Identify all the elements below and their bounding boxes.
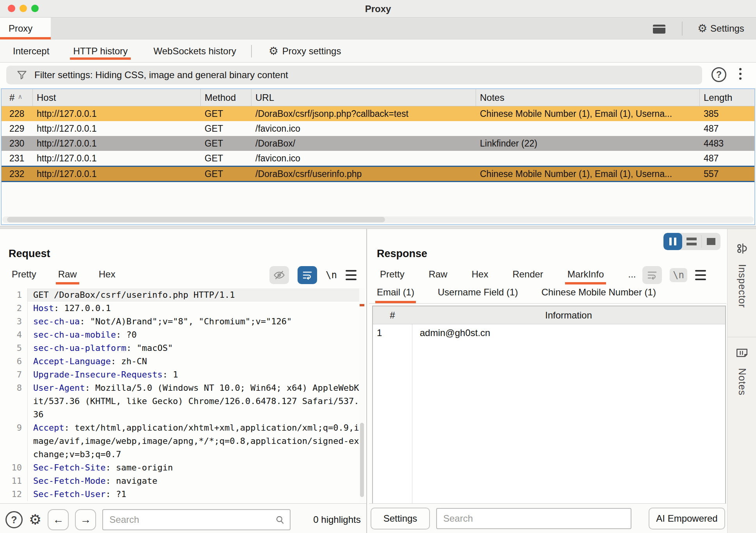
stop-button[interactable]: [702, 233, 720, 250]
column-header-number[interactable]: # ∧: [2, 89, 33, 106]
previous-match-button[interactable]: ←: [48, 509, 69, 530]
scrollbar-thumb[interactable]: [7, 217, 385, 222]
editor-menu-icon[interactable]: [695, 270, 706, 280]
request-editor[interactable]: 1GET /DoraBox/csrf/userinfo.php HTTP/1.1…: [3, 288, 359, 503]
tab-http-history[interactable]: HTTP history: [70, 40, 131, 62]
pause-icon: [669, 238, 676, 245]
markinfo-category-tabs: Email (1) Username Field (1) Chinese Mob…: [377, 287, 656, 303]
table-row[interactable]: 228 http://127.0.0.1 GET /DoraBox/csrf/j…: [2, 106, 754, 121]
tab-intercept[interactable]: Intercept: [10, 40, 52, 62]
show-newlines-toggle[interactable]: \n: [670, 268, 687, 282]
column-divider: [412, 324, 412, 503]
response-tab-raw[interactable]: Raw: [429, 269, 448, 284]
response-tab-row: Pretty Raw Hex Render MarkInfo ...: [380, 269, 636, 284]
editor-scrollbar[interactable]: [359, 288, 365, 503]
filter-settings-bar[interactable]: Filter settings: Hiding CSS, image and g…: [6, 66, 702, 84]
main-tab-bar: Proxy ⚙ Settings: [0, 18, 756, 39]
response-tab-hex[interactable]: Hex: [472, 269, 489, 284]
request-line: 7Upgrade-Insecure-Requests: 1: [3, 368, 359, 381]
ai-empowered-button[interactable]: AI Empowered: [649, 508, 725, 529]
scrollbar-thumb[interactable]: [360, 423, 364, 497]
pause-button[interactable]: [663, 233, 682, 250]
request-line: 11Sec-Fetch-Mode: navigate: [3, 474, 359, 488]
tabbar-separator: [682, 21, 683, 36]
request-tab-hex[interactable]: Hex: [99, 269, 116, 284]
markinfo-table-body: 1 admin@gh0st.cn: [373, 324, 725, 503]
word-wrap-toggle[interactable]: [642, 266, 662, 284]
search-icon: [275, 515, 285, 525]
column-header-method[interactable]: Method: [201, 89, 251, 106]
request-line: 6Accept-Language: zh-CN: [3, 355, 359, 368]
request-footer: ? ⚙ ← → 0 highlights: [0, 503, 366, 533]
request-line: 8User-Agent: Mozilla/5.0 (Windows NT 10.…: [3, 381, 359, 421]
request-tab-raw[interactable]: Raw: [58, 269, 77, 284]
table-row[interactable]: 230 http://127.0.0.1 GET /DoraBox/ Linkf…: [2, 136, 754, 151]
kebab-menu-icon[interactable]: [739, 68, 742, 80]
history-table-header: # ∧ Host Method URL Notes Length: [2, 89, 754, 106]
next-match-button[interactable]: →: [75, 509, 96, 530]
inspector-icon: [735, 241, 749, 256]
markinfo-tab-email[interactable]: Email (1): [377, 287, 414, 303]
request-line: 10Sec-Fetch-Site: same-origin: [3, 461, 359, 474]
stop-icon: [707, 238, 715, 245]
response-panel-title: Response: [377, 248, 427, 260]
column-header-length[interactable]: Length: [700, 89, 754, 106]
word-wrap-icon: [301, 269, 313, 281]
hide-highlights-button[interactable]: [269, 266, 289, 284]
message-editor-area: Request Pretty Raw Hex: [0, 229, 756, 533]
response-tab-render[interactable]: Render: [512, 269, 543, 284]
help-icon[interactable]: ?: [5, 511, 23, 528]
table-row-selected[interactable]: 232 http://127.0.0.1 GET /DoraBox/csrf/u…: [2, 166, 754, 182]
layout-icon[interactable]: [653, 25, 665, 34]
table-row[interactable]: 229 http://127.0.0.1 GET /favicon.ico 48…: [2, 121, 754, 136]
response-tab-markinfo[interactable]: MarkInfo: [567, 269, 604, 284]
equal-split-button[interactable]: [682, 233, 701, 250]
search-settings-gear-icon[interactable]: ⚙: [29, 513, 41, 527]
eye-off-icon: [273, 269, 285, 281]
horizontal-scrollbar[interactable]: [2, 216, 754, 223]
tab-websockets-history[interactable]: WebSockets history: [150, 40, 239, 62]
settings-button[interactable]: ⚙ Settings: [697, 21, 744, 36]
markinfo-column-number[interactable]: #: [373, 306, 412, 324]
column-header-host[interactable]: Host: [33, 89, 201, 106]
editor-menu-icon[interactable]: [346, 270, 357, 280]
window-title: Proxy: [0, 4, 756, 14]
search-input[interactable]: [102, 509, 291, 530]
markinfo-tab-username[interactable]: Username Field (1): [438, 287, 518, 303]
sort-ascending-icon: ∧: [18, 93, 22, 101]
panel-splitter[interactable]: [0, 226, 756, 229]
table-row[interactable]: 231 http://127.0.0.1 GET /favicon.ico 48…: [2, 151, 754, 166]
http-history-table: # ∧ Host Method URL Notes Length 228 htt…: [1, 88, 755, 225]
request-panel-title: Request: [9, 248, 50, 260]
request-line: 5sec-ch-ua-platform: "macOS": [3, 342, 359, 355]
gear-icon: ⚙: [269, 46, 278, 57]
funnel-icon: [16, 70, 27, 80]
tab-proxy-settings[interactable]: ⚙ Proxy settings: [266, 40, 344, 62]
tab-proxy[interactable]: Proxy: [0, 18, 51, 39]
markinfo-tabs-border: [369, 303, 726, 304]
settings-label: Settings: [710, 23, 744, 34]
request-tab-pretty[interactable]: Pretty: [12, 269, 36, 284]
request-line: 1GET /DoraBox/csrf/userinfo.php HTTP/1.1: [3, 288, 359, 302]
markinfo-row[interactable]: 1 admin@gh0st.cn: [373, 324, 725, 342]
markinfo-tab-mobile[interactable]: Chinese Mobile Number (1): [541, 287, 656, 303]
notes-icon: [735, 346, 749, 360]
titlebar: Proxy: [0, 0, 756, 18]
markinfo-column-information[interactable]: Information: [412, 306, 725, 324]
request-tab-row: Pretty Raw Hex: [12, 269, 115, 284]
markinfo-table: # Information 1 admin@gh0st.cn: [372, 306, 726, 504]
sidebar-tab-notes[interactable]: Notes: [727, 346, 756, 395]
sidebar-tab-inspector[interactable]: Inspector: [727, 241, 756, 308]
word-wrap-toggle[interactable]: [298, 266, 317, 284]
request-response-divider[interactable]: [366, 229, 367, 533]
help-icon[interactable]: ?: [711, 67, 726, 82]
search-input[interactable]: [436, 508, 631, 529]
column-header-url[interactable]: URL: [251, 89, 476, 106]
markinfo-settings-button[interactable]: Settings: [371, 508, 430, 529]
response-tab-more[interactable]: ...: [628, 269, 636, 284]
column-header-notes[interactable]: Notes: [476, 89, 700, 106]
response-panel: Response Pretty Raw Hex Render MarkInfo …: [369, 229, 726, 533]
show-newlines-toggle[interactable]: \n: [326, 270, 337, 281]
word-wrap-icon: [646, 269, 658, 281]
response-tab-pretty[interactable]: Pretty: [380, 269, 405, 284]
